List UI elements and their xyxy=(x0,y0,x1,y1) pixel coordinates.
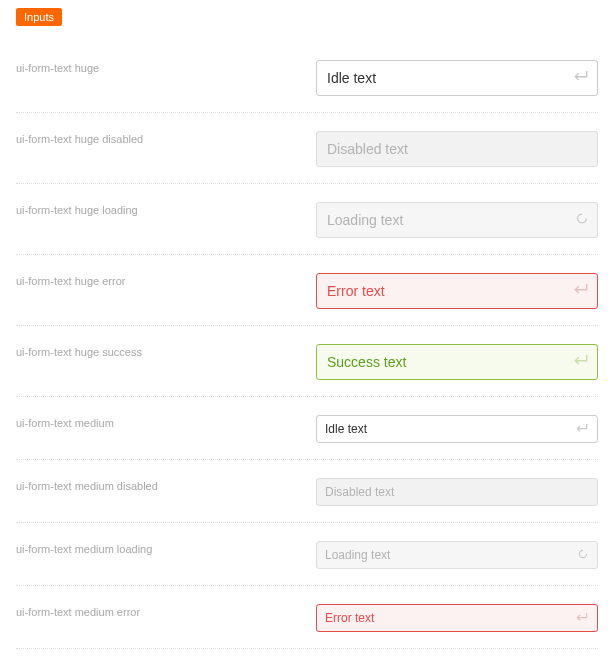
spec-label: ui-form-text huge disabled xyxy=(16,131,316,145)
row-medium-success: ui-form-text medium success xyxy=(16,649,598,660)
row-huge-idle: ui-form-text huge xyxy=(16,42,598,113)
row-medium-loading: ui-form-text medium loading xyxy=(16,523,598,586)
spec-label: ui-form-text huge error xyxy=(16,273,316,287)
row-medium-disabled: ui-form-text medium disabled xyxy=(16,460,598,523)
section-badge: Inputs xyxy=(16,8,62,26)
text-input-huge-idle[interactable] xyxy=(316,60,598,96)
spec-label: ui-form-text huge xyxy=(16,60,316,74)
spec-label: ui-form-text huge success xyxy=(16,344,316,358)
row-huge-success: ui-form-text huge success xyxy=(16,326,598,397)
spec-label: ui-form-text medium loading xyxy=(16,541,316,555)
text-input-medium-disabled xyxy=(316,478,598,506)
row-huge-disabled: ui-form-text huge disabled xyxy=(16,113,598,184)
row-huge-loading: ui-form-text huge loading xyxy=(16,184,598,255)
row-medium-idle: ui-form-text medium xyxy=(16,397,598,460)
text-input-medium-error[interactable] xyxy=(316,604,598,632)
text-input-huge-success[interactable] xyxy=(316,344,598,380)
spec-label: ui-form-text medium disabled xyxy=(16,478,316,492)
text-input-medium-idle[interactable] xyxy=(316,415,598,443)
spec-label: ui-form-text medium error xyxy=(16,604,316,618)
text-input-huge-error[interactable] xyxy=(316,273,598,309)
text-input-huge-loading xyxy=(316,202,598,238)
text-input-huge-disabled xyxy=(316,131,598,167)
row-medium-error: ui-form-text medium error xyxy=(16,586,598,649)
row-huge-error: ui-form-text huge error xyxy=(16,255,598,326)
text-input-medium-loading xyxy=(316,541,598,569)
spec-label: ui-form-text huge loading xyxy=(16,202,316,216)
spec-label: ui-form-text medium xyxy=(16,415,316,429)
